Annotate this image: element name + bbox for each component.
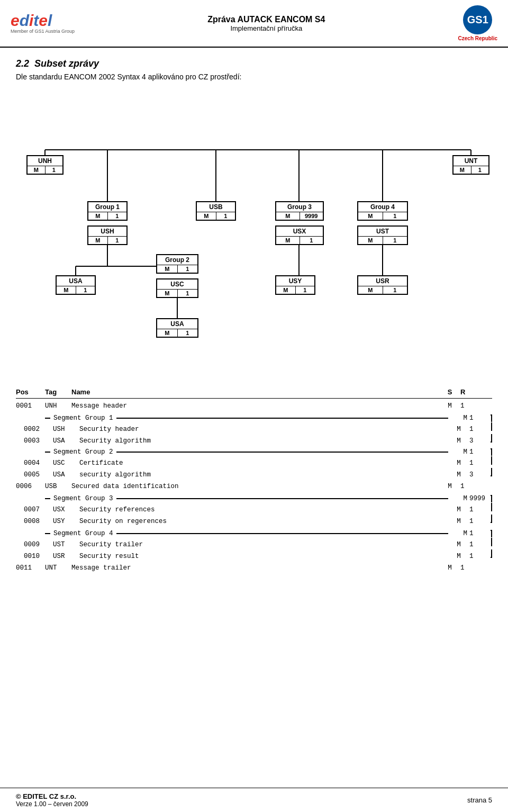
editel-logo: editel Member of GS1 Austria Group (11, 13, 75, 34)
table-row-0007: 0007 USX Security references M 1 (16, 502, 492, 514)
box-ush: USH M1 (87, 225, 128, 245)
header-center: Zpráva AUTACK EANCOM S4 Implementační př… (207, 15, 325, 32)
logo-sub: Member of GS1 Austria Group (11, 29, 75, 34)
box-unt: UNT M1 (452, 155, 489, 175)
section-description: Dle standardu EANCOM 2002 Syntax 4 aplik… (16, 73, 492, 81)
page-footer: © EDITEL CZ s.r.o. Verze 1.00 – červen 2… (0, 788, 508, 812)
box-group3: Group 3 M9999 (275, 201, 324, 221)
main-content: 2.2 Subset zprávy Dle standardu EANCOM 2… (0, 48, 508, 583)
col-header-pos: Pos (16, 388, 45, 396)
box-usb: USB M1 (196, 201, 236, 221)
table-row-0001: 0001 UNH Message header M 1 (16, 402, 492, 410)
table-row-0010: 0010 USR Security result M 1 (16, 549, 492, 561)
box-usa2: USA M1 (156, 318, 198, 338)
table-header: Pos Tag Name S R (16, 388, 492, 399)
segment-group-3-row: Segment Group 3 M 9999 (16, 495, 492, 502)
gs1-country: Czech Republic (458, 35, 497, 41)
box-usr: USR M1 (357, 275, 408, 295)
footer-company: © EDITEL CZ s.r.o. (16, 792, 88, 800)
box-usy: USY M1 (275, 275, 315, 295)
segment-group-3-block: Segment Group 3 M 9999 0007 USX Security… (16, 495, 492, 526)
header-subtitle: Implementační příručka (207, 24, 325, 32)
header-title: Zpráva AUTACK EANCOM S4 (207, 15, 325, 24)
segment-group-2-row: Segment Group 2 M 1 (16, 448, 492, 456)
footer-version: Verze 1.00 – červen 2009 (16, 800, 88, 808)
box-group4: Group 4 M1 (357, 201, 408, 221)
box-group1: Group 1 M1 (87, 201, 128, 221)
segment-group-1-row: Segment Group 1 M 1 (16, 414, 492, 422)
table-section: Pos Tag Name S R 0001 UNH Message header… (16, 388, 492, 572)
footer-left: © EDITEL CZ s.r.o. Verze 1.00 – červen 2… (16, 792, 88, 808)
diagram: UNH M1 UNT M1 Group 1 M1 USH M1 USB M1 G… (16, 97, 492, 372)
footer-page: strana 5 (467, 796, 492, 804)
col-header-r: R (460, 388, 492, 396)
table-row-0011: 0011 UNT Message trailer M 1 (16, 564, 492, 572)
table-row-0006: 0006 USB Secured data identification M 1 (16, 482, 492, 491)
section-title: Subset zprávy (34, 58, 99, 69)
box-usx: USX M1 (275, 225, 324, 245)
page-header: editel Member of GS1 Austria Group Zpráv… (0, 0, 508, 48)
gs1-logo: GS1 Czech Republic (458, 5, 497, 41)
table-row-0003: 0003 USA Security algorithm M 3 (16, 434, 492, 445)
table-row-0009: 0009 UST Security trailer M 1 (16, 537, 492, 549)
col-header-s: S (439, 388, 460, 396)
gs1-circle: GS1 (463, 5, 492, 34)
box-group2: Group 2 M1 (156, 254, 198, 274)
box-usa1: USA M1 (56, 275, 96, 295)
box-unh: UNH M1 (26, 155, 64, 175)
table-row-0002: 0002 USH Security header M 1 (16, 422, 492, 434)
col-header-tag: Tag (45, 388, 71, 396)
col-header-name: Name (71, 388, 439, 396)
box-usc: USC M1 (156, 278, 198, 298)
section-number: 2.2 (16, 58, 29, 69)
box-ust: UST M1 (357, 225, 408, 245)
table-row-0004: 0004 USC Certificate M 1 (16, 456, 492, 467)
segment-group-4-block: Segment Group 4 M 1 0009 UST Security tr… (16, 530, 492, 561)
table-row-0008: 0008 USY Security on regerences M 1 (16, 514, 492, 526)
segment-group-4-row: Segment Group 4 M 1 (16, 530, 492, 537)
table-row-0005: 0005 USA security algorithm M 3 (16, 467, 492, 479)
